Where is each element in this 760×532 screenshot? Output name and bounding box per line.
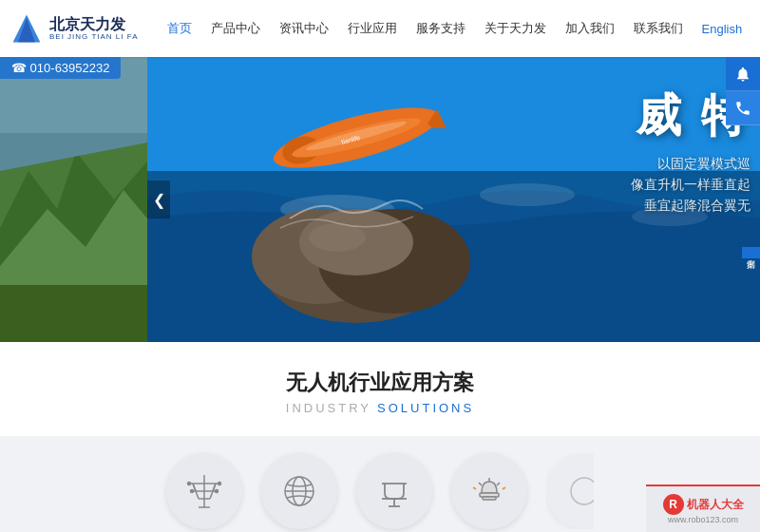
industry-item-pipeline[interactable]: [356, 453, 432, 529]
phone-icon: [734, 100, 751, 117]
fifth-icon: [565, 472, 594, 510]
industry-item-power[interactable]: [166, 453, 242, 529]
mountain-svg: [0, 57, 147, 342]
industry-item-alert[interactable]: [451, 453, 527, 529]
svg-point-18: [309, 223, 366, 252]
nav-contact[interactable]: 联系我们: [624, 0, 693, 57]
logo[interactable]: 北京天力发 BEI JING TIAN LI FA: [10, 11, 139, 46]
nav-join[interactable]: 加入我们: [556, 0, 624, 57]
svg-rect-53: [483, 497, 496, 500]
watermark: R 机器人大全 www.robo123.com: [646, 484, 760, 532]
hero-main-panel: tianlife 威 特 以固定翼模式巡 像直升机一样垂直起 垂宜起降混合翼无: [147, 57, 760, 342]
svg-line-50: [497, 483, 500, 485]
nav-lang[interactable]: English: [693, 22, 752, 36]
hero-desc2: 像直升机一样垂直起: [631, 177, 750, 194]
main-nav: 首页 产品中心 资讯中心 行业应用 服务支持 关于天力发 加入我们 联系我们 E…: [158, 0, 752, 57]
industry-circle-alert: [451, 453, 527, 529]
svg-rect-5: [0, 285, 147, 342]
industry-circle-fifth: [546, 453, 594, 529]
svg-line-51: [479, 483, 482, 485]
svg-point-56: [571, 478, 594, 504]
svg-point-38: [218, 483, 221, 485]
alert-siren-icon: [470, 472, 508, 510]
svg-point-12: [480, 183, 575, 206]
industry-item-fifth[interactable]: [546, 453, 594, 529]
nav-about[interactable]: 关于天力发: [475, 0, 556, 57]
hero-left-panel: [0, 57, 147, 342]
nav-industry[interactable]: 行业应用: [338, 0, 407, 57]
solutions-en-word1: INDUSTRY: [286, 401, 371, 415]
industry-circle-pipeline: [356, 453, 432, 529]
nav-home[interactable]: 首页: [158, 0, 201, 57]
logo-text: 北京天力发 BEI JING TIAN LI FA: [49, 16, 139, 42]
pipeline-icon: [375, 472, 413, 510]
solutions-title-en: INDUSTRYSOLUTIONS: [0, 401, 760, 415]
watermark-text: 机器人大全: [687, 497, 744, 513]
nav-products[interactable]: 产品中心: [201, 0, 270, 57]
watermark-r-badge: R: [663, 494, 684, 515]
solutions-title-cn: 无人机行业应用方案: [0, 369, 760, 397]
bell-button[interactable]: [726, 57, 760, 91]
hero-section: tianlife 威 特 以固定翼模式巡 像直升机一样垂直起 垂宜起降混合翼无 …: [0, 57, 760, 342]
phone-button[interactable]: [726, 91, 760, 125]
hero-desc3: 垂宜起降混合翼无: [631, 198, 750, 215]
slide-tab[interactable]: 案例: [742, 247, 760, 258]
logo-en: BEI JING TIAN LI FA: [49, 32, 139, 41]
hero-desc1: 以固定翼模式巡: [631, 156, 750, 173]
header: 北京天力发 BEI JING TIAN LI FA 首页 产品中心 资讯中心 行…: [0, 0, 760, 57]
watermark-sub: www.robo123.com: [668, 515, 738, 524]
nav-service[interactable]: 服务支持: [407, 0, 475, 57]
svg-point-37: [188, 483, 191, 485]
industry-circle-globe: [261, 453, 337, 529]
phone-bar: ☎ 010-63952232: [0, 57, 121, 79]
svg-point-40: [216, 490, 218, 493]
industry-circle-power: [166, 453, 242, 529]
bell-icon: [734, 66, 751, 83]
industry-item-globe[interactable]: [261, 453, 337, 529]
logo-icon: [10, 11, 44, 46]
hero-prev-arrow[interactable]: ❮: [147, 180, 170, 218]
svg-line-55: [503, 487, 505, 489]
logo-cn: 北京天力发: [49, 16, 139, 33]
power-tower-icon: [185, 472, 223, 510]
hero-background: tianlife 威 特 以固定翼模式巡 像直升机一样垂直起 垂宜起降混合翼无: [0, 57, 760, 342]
watermark-logo: R 机器人大全: [663, 494, 744, 515]
drone: tianlife: [261, 95, 451, 180]
svg-line-54: [473, 487, 476, 489]
globe-icon: [280, 472, 318, 510]
solutions-section: 无人机行业应用方案 INDUSTRYSOLUTIONS: [0, 342, 760, 436]
svg-point-39: [191, 490, 194, 493]
drone-svg: tianlife: [261, 95, 451, 180]
solutions-en-word2: SOLUTIONS: [377, 401, 474, 415]
nav-news[interactable]: 资讯中心: [270, 0, 338, 57]
sidebar-right: [726, 57, 760, 125]
